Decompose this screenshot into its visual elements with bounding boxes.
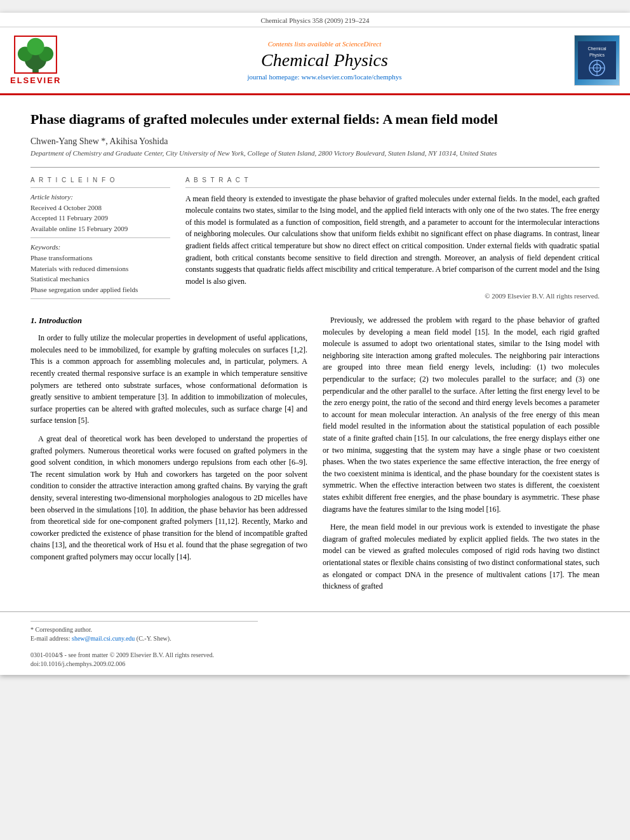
keywords-label: Keywords: bbox=[30, 243, 170, 251]
journal-header-center: Contents lists available at ScienceDirec… bbox=[93, 40, 556, 81]
elsevier-logo: ELSEVIER bbox=[10, 36, 61, 85]
abstract-label: A B S T R A C T bbox=[185, 177, 600, 183]
intro-para-3: Previously, we addressed the problem wit… bbox=[323, 314, 600, 515]
elsevier-brand-text: ELSEVIER bbox=[10, 76, 61, 85]
keyword-2: Materials with reduced dimensions bbox=[30, 263, 170, 274]
svg-point-4 bbox=[27, 38, 44, 55]
email-label: E-mail address: bbox=[30, 635, 72, 642]
info-divider-2 bbox=[30, 237, 170, 238]
page-footer: * Corresponding author. E-mail address: … bbox=[0, 611, 630, 675]
homepage-prefix: journal homepage: bbox=[247, 73, 301, 81]
license-text: 0301-0104/$ - see front matter © 2009 El… bbox=[30, 651, 600, 660]
email-footnote: E-mail address: shew@mail.csi.cuny.edu (… bbox=[30, 634, 600, 643]
abstract-divider bbox=[185, 187, 600, 188]
body-left-column: 1. Introduction In order to fully utiliz… bbox=[30, 314, 307, 599]
article-abstract-column: A B S T R A C T A mean field theory is e… bbox=[185, 177, 600, 305]
email-address[interactable]: shew@mail.csi.cuny.edu bbox=[72, 635, 135, 642]
keyword-4: Phase segregation under applied fields bbox=[30, 284, 170, 295]
intro-para-1: In order to fully utilize the molecular … bbox=[30, 332, 307, 427]
article-info-column: A R T I C L E I N F O Article history: R… bbox=[30, 177, 170, 305]
keyword-1: Phase transformations bbox=[30, 253, 170, 263]
accepted-date: Accepted 11 February 2009 bbox=[30, 213, 170, 223]
info-divider-3 bbox=[30, 298, 170, 299]
abstract-text: A mean field theory is extended to inves… bbox=[185, 193, 600, 288]
received-date: Received 4 October 2008 bbox=[30, 203, 170, 213]
elsevier-tree-icon bbox=[13, 36, 58, 74]
corresponding-author: * Corresponding author. bbox=[30, 625, 600, 634]
journal-header: ELSEVIER Contents lists available at Sci… bbox=[0, 27, 630, 95]
article-authors: Chwen-Yang Shew *, Akihisa Yoshida bbox=[30, 137, 600, 147]
journal-citation: Chemical Physics 358 (2009) 219–224 bbox=[260, 17, 369, 24]
sciencedirect-name[interactable]: ScienceDirect bbox=[342, 40, 381, 48]
sciencedirect-info: Contents lists available at ScienceDirec… bbox=[93, 40, 556, 48]
svg-text:Chemical: Chemical bbox=[587, 46, 607, 51]
authors-text: Chwen-Yang Shew *, Akihisa Yoshida bbox=[30, 137, 168, 146]
intro-para-2: A great deal of theoretical work has bee… bbox=[30, 433, 307, 563]
article-main: Phase diagrams of grafted molecules unde… bbox=[0, 95, 630, 611]
journal-cover-area: Chemical Physics bbox=[563, 35, 620, 86]
doi-text: doi:10.1016/j.chemphys.2009.02.006 bbox=[30, 660, 600, 669]
article-affiliation: Department of Chemistry and Graduate Cen… bbox=[30, 149, 600, 157]
journal-cover-image: Chemical Physics bbox=[574, 35, 620, 86]
info-divider-1 bbox=[30, 187, 170, 188]
article-info-label: A R T I C L E I N F O bbox=[30, 177, 170, 183]
footer-left: * Corresponding author. E-mail address: … bbox=[30, 617, 600, 669]
body-right-column: Previously, we addressed the problem wit… bbox=[323, 314, 600, 599]
keyword-3: Statistical mechanics bbox=[30, 274, 170, 284]
article-columns: A R T I C L E I N F O Article history: R… bbox=[30, 177, 600, 305]
history-label: Article history: bbox=[30, 193, 170, 201]
journal-homepage: journal homepage: www.elsevier.com/locat… bbox=[93, 73, 556, 81]
introduction-heading: 1. Introduction bbox=[30, 314, 307, 327]
svg-text:Physics: Physics bbox=[589, 53, 605, 58]
email-suffix: (C.-Y. Shew). bbox=[135, 635, 171, 642]
cover-graphic: Chemical Physics bbox=[578, 41, 616, 79]
footnote-star: * Corresponding author. bbox=[30, 626, 92, 633]
contents-prefix: Contents lists available at bbox=[268, 40, 342, 48]
article-divider bbox=[30, 167, 600, 168]
page: Chemical Physics 358 (2009) 219–224 ELSE… bbox=[0, 13, 630, 675]
homepage-url[interactable]: www.elsevier.com/locate/chemphys bbox=[301, 73, 401, 81]
intro-para-4: Here, the mean field model in our previo… bbox=[323, 521, 600, 592]
copyright: © 2009 Elsevier B.V. All rights reserved… bbox=[185, 292, 600, 300]
top-bar: Chemical Physics 358 (2009) 219–224 bbox=[0, 13, 630, 27]
footnote-divider bbox=[30, 621, 258, 622]
journal-title: Chemical Physics bbox=[93, 50, 556, 70]
article-title: Phase diagrams of grafted molecules unde… bbox=[30, 110, 600, 129]
online-date: Available online 15 February 2009 bbox=[30, 223, 170, 234]
body-columns: 1. Introduction In order to fully utiliz… bbox=[30, 314, 600, 599]
elsevier-logo-area: ELSEVIER bbox=[10, 36, 86, 85]
